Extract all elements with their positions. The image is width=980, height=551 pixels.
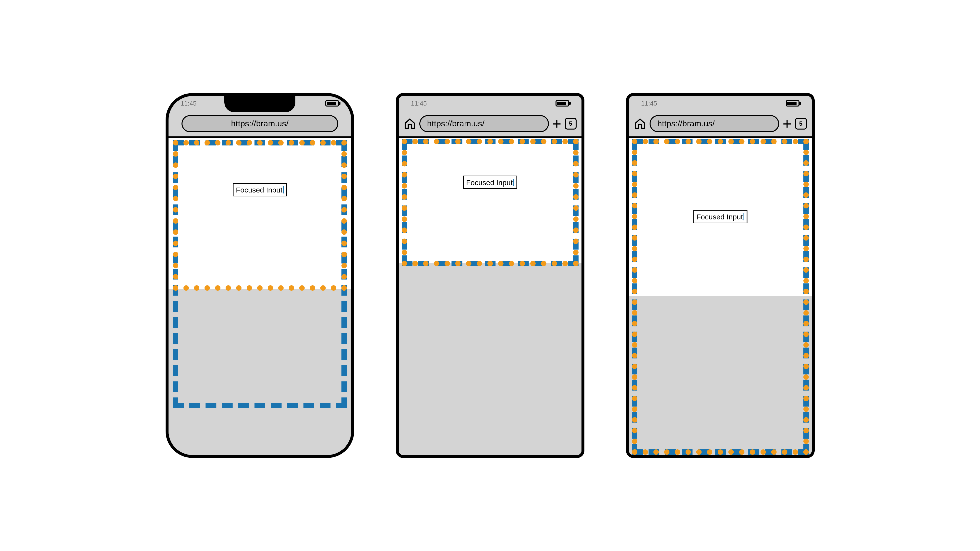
diagram-stage: 11:45 https://bram.us/ Focused Input 11:… [165, 93, 815, 458]
virtual-keyboard[interactable] [169, 289, 351, 455]
text-caret [513, 179, 514, 186]
battery-icon [555, 100, 569, 106]
phone-android-resize: 11:45 https://bram.us/ + 5 Focused Input [396, 93, 584, 458]
status-time: 11:45 [181, 100, 197, 107]
battery-icon [786, 100, 799, 106]
status-time: 11:45 [641, 100, 657, 107]
tab-count-button[interactable]: 5 [795, 118, 807, 130]
input-label: Focused Input [466, 178, 513, 187]
status-time: 11:45 [411, 100, 427, 107]
toolbar-separator [629, 137, 812, 138]
home-button[interactable] [634, 118, 646, 130]
url-bar[interactable]: https://bram.us/ [419, 115, 549, 132]
input-label: Focused Input [236, 186, 282, 194]
focused-input[interactable]: Focused Input [463, 176, 517, 189]
status-bar: 11:45 [629, 96, 812, 111]
status-bar: 11:45 [399, 96, 581, 111]
tab-count-value: 5 [569, 120, 572, 127]
url-bar[interactable]: https://bram.us/ [649, 115, 780, 132]
toolbar-separator [399, 137, 581, 138]
content-area [169, 138, 351, 294]
content-area [399, 138, 581, 268]
url-text: https://bram.us/ [427, 119, 485, 128]
virtual-keyboard[interactable] [629, 296, 812, 455]
focused-input[interactable]: Focused Input [233, 183, 287, 196]
home-button[interactable] [404, 118, 416, 130]
phone-android-overlay: 11:45 https://bram.us/ + 5 Focused Input [626, 93, 815, 458]
input-label: Focused Input [696, 213, 743, 221]
tab-count-button[interactable]: 5 [565, 118, 577, 130]
browser-toolbar: https://bram.us/ + 5 [629, 111, 812, 137]
browser-toolbar: https://bram.us/ + 5 [399, 111, 581, 137]
virtual-keyboard[interactable] [399, 263, 581, 455]
text-caret [743, 213, 744, 221]
new-tab-button[interactable]: + [783, 116, 791, 131]
new-tab-button[interactable]: + [552, 116, 561, 131]
browser-toolbar: https://bram.us/ [169, 111, 351, 137]
url-bar[interactable]: https://bram.us/ [181, 115, 338, 132]
toolbar-separator [169, 137, 351, 138]
focused-input[interactable]: Focused Input [693, 210, 747, 223]
tab-count-value: 5 [799, 120, 802, 127]
url-text: https://bram.us/ [657, 119, 715, 128]
phone-ios: 11:45 https://bram.us/ Focused Input [165, 93, 354, 458]
text-caret [283, 186, 284, 194]
battery-icon [325, 100, 339, 106]
url-text: https://bram.us/ [231, 119, 288, 128]
notch [224, 95, 295, 112]
